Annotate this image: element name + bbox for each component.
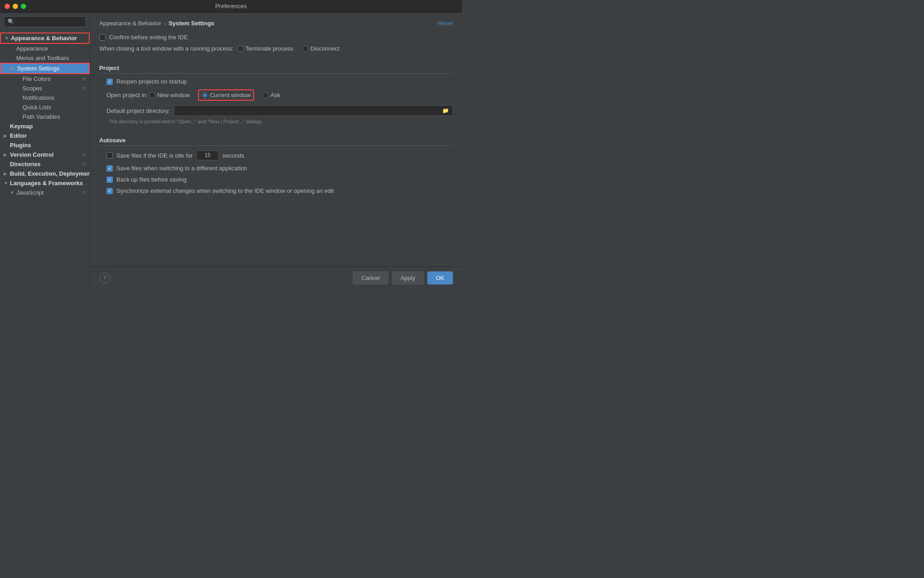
search-icon: 🔍 xyxy=(8,19,14,25)
breadcrumb: Appearance & Behavior › System Settings … xyxy=(99,20,453,27)
sidebar-item-label: File Colors xyxy=(23,75,51,82)
breadcrumb-parent: Appearance & Behavior xyxy=(99,20,161,27)
sidebar-item-label: System Settings xyxy=(17,65,60,72)
current-window-label: Current window xyxy=(210,92,250,98)
arrow-icon: ▼ xyxy=(10,190,16,195)
arrow-icon: ▶ xyxy=(11,66,17,71)
sidebar-item-label: Version Control xyxy=(10,151,54,158)
sidebar-item-label: Build, Execution, Deployment xyxy=(10,170,90,177)
ask-radio[interactable] xyxy=(262,92,268,98)
new-window-radio[interactable] xyxy=(149,92,155,98)
sync-external-checkbox[interactable] xyxy=(106,188,113,194)
sidebar-item-label: Directories xyxy=(10,161,41,168)
close-button[interactable] xyxy=(5,4,10,9)
reset-button[interactable]: Reset xyxy=(438,20,453,27)
sidebar-item-languages-frameworks[interactable]: ▼ Languages & Frameworks xyxy=(0,178,90,188)
main-container: 🔍 ▼ Appearance & Behavior Appearance Men… xyxy=(0,13,462,289)
arrow-icon: ▶ xyxy=(4,171,10,176)
sidebar-item-editor[interactable]: ▶ Editor xyxy=(0,131,90,140)
sidebar-item-label: Languages & Frameworks xyxy=(10,180,83,186)
minimize-button[interactable] xyxy=(13,4,18,9)
current-window-radio[interactable] xyxy=(202,92,208,98)
disconnect-label: Disconnect xyxy=(310,45,339,52)
traffic-lights xyxy=(5,4,26,9)
backup-checkbox[interactable] xyxy=(106,177,113,183)
help-button[interactable]: ? xyxy=(99,273,110,284)
default-dir-input[interactable]: 📁 xyxy=(174,105,453,116)
default-dir-row: Default project directory: 📁 xyxy=(99,105,453,116)
bottom-actions: Cancel Apply OK xyxy=(114,271,453,284)
copy-icon: ⧉ xyxy=(83,152,86,158)
terminate-radio[interactable] xyxy=(237,46,244,52)
sidebar-item-label: Appearance xyxy=(16,45,48,52)
bottom-bar: ? Cancel Apply OK xyxy=(90,266,462,289)
sidebar-item-label: Quick Lists xyxy=(23,104,51,111)
confirm-exit-label: Confirm before exiting the IDE xyxy=(109,34,188,41)
reopen-projects-checkbox[interactable] xyxy=(106,79,113,85)
search-input[interactable] xyxy=(16,19,82,25)
sidebar-item-directories[interactable]: Directories ⧉ xyxy=(0,159,90,169)
new-window-label: New window xyxy=(157,92,190,98)
terminate-option[interactable]: Terminate process xyxy=(237,45,293,52)
sidebar-item-scopes[interactable]: Scopes ⧉ xyxy=(0,84,90,93)
cancel-button[interactable]: Cancel xyxy=(353,271,388,284)
tool-window-row: When closing a tool window with a runnin… xyxy=(99,45,453,52)
sidebar-item-build-execution[interactable]: ▶ Build, Execution, Deployment xyxy=(0,169,90,178)
sidebar-item-plugins[interactable]: Plugins xyxy=(0,140,90,150)
sidebar-item-keymap[interactable]: Keymap xyxy=(0,121,90,131)
folder-icon: 📁 xyxy=(442,107,449,114)
terminate-label: Terminate process xyxy=(245,45,293,52)
sidebar-item-label: Menus and Toolbars xyxy=(16,55,69,61)
save-switching-checkbox[interactable] xyxy=(106,165,113,172)
arrow-icon: ▼ xyxy=(5,36,11,41)
titlebar: Preferences xyxy=(0,0,462,13)
dir-hint: This directory is preselected in "Open..… xyxy=(99,119,453,124)
sidebar-item-label: Notifications xyxy=(23,94,55,101)
sidebar: 🔍 ▼ Appearance & Behavior Appearance Men… xyxy=(0,13,90,289)
sidebar-item-path-variables[interactable]: Path Variables xyxy=(0,112,90,121)
maximize-button[interactable] xyxy=(21,4,26,9)
sidebar-item-appearance[interactable]: Appearance xyxy=(0,44,90,53)
autosave-section-title: Autosave xyxy=(99,137,453,146)
save-idle-unit: seconds xyxy=(222,152,244,159)
open-project-label: Open project in xyxy=(106,92,146,98)
save-switching-row: Save files when switching to a different… xyxy=(99,165,453,172)
ask-option[interactable]: Ask xyxy=(262,92,280,98)
new-window-option[interactable]: New window xyxy=(149,92,190,98)
save-switching-label: Save files when switching to a different… xyxy=(116,165,247,172)
sidebar-item-menus-toolbars[interactable]: Menus and Toolbars xyxy=(0,53,90,63)
reopen-projects-label: Reopen projects on startup xyxy=(116,78,187,85)
sidebar-item-version-control[interactable]: ▶ Version Control ⧉ xyxy=(0,150,90,159)
sidebar-item-label: Editor xyxy=(10,132,27,139)
save-idle-input[interactable]: 15 xyxy=(196,150,219,160)
window-title: Preferences xyxy=(215,3,247,9)
default-dir-label: Default project directory: xyxy=(106,107,170,114)
sidebar-item-label: JavaScript xyxy=(16,189,44,196)
tool-window-label: When closing a tool window with a runnin… xyxy=(99,45,234,52)
ok-button[interactable]: OK xyxy=(427,271,453,284)
sidebar-item-appearance-behavior[interactable]: ▼ Appearance & Behavior xyxy=(0,33,90,44)
copy-icon: ⧉ xyxy=(83,190,86,196)
copy-icon: ⧉ xyxy=(83,85,86,91)
save-idle-row: Save files if the IDE is idle for 15 sec… xyxy=(99,150,453,160)
search-box[interactable]: 🔍 xyxy=(4,16,86,27)
sidebar-item-label: Scopes xyxy=(23,85,42,92)
confirm-exit-checkbox[interactable] xyxy=(99,34,106,41)
content-area: Appearance & Behavior › System Settings … xyxy=(90,13,462,266)
sidebar-item-label: Keymap xyxy=(10,123,33,130)
sidebar-tree: ▼ Appearance & Behavior Appearance Menus… xyxy=(0,31,90,289)
backup-label: Back up files before saving xyxy=(116,176,186,183)
apply-button[interactable]: Apply xyxy=(392,271,424,284)
disconnect-option[interactable]: Disconnect xyxy=(302,45,339,52)
save-idle-label: Save files if the IDE is idle for xyxy=(116,152,193,159)
sidebar-item-javascript[interactable]: ▼ JavaScript ⧉ xyxy=(0,188,90,197)
disconnect-radio[interactable] xyxy=(302,46,309,52)
bottom-left: ? xyxy=(99,271,110,284)
sidebar-item-file-colors[interactable]: File Colors ⧉ xyxy=(0,74,90,84)
sidebar-item-quick-lists[interactable]: Quick Lists xyxy=(0,103,90,112)
save-idle-checkbox[interactable] xyxy=(106,152,113,158)
current-window-option[interactable]: Current window xyxy=(198,89,254,101)
arrow-icon: ▼ xyxy=(4,181,10,186)
sidebar-item-notifications[interactable]: Notifications xyxy=(0,93,90,103)
sidebar-item-system-settings[interactable]: ▶ System Settings xyxy=(0,63,90,74)
